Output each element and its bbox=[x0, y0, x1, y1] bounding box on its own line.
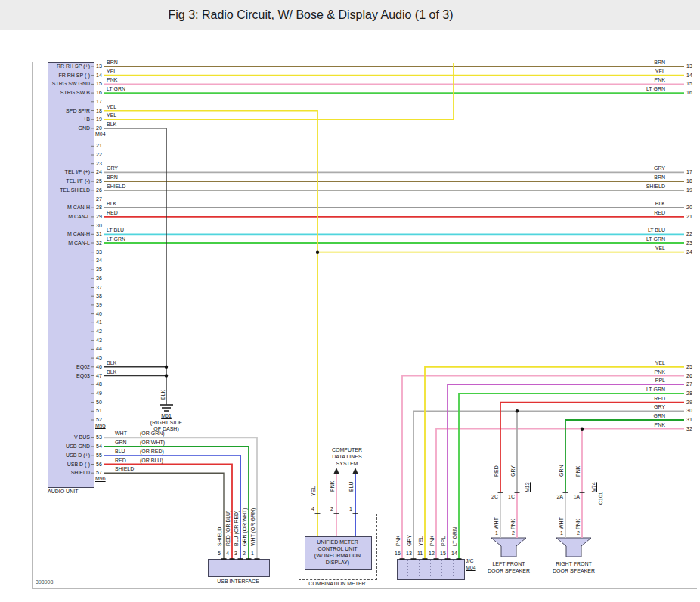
wire-color-label: BLU bbox=[348, 481, 355, 492]
audio-pin-name: SHIELD bbox=[34, 470, 90, 476]
unified-meter-label-line: (W/ INFORMATION bbox=[305, 553, 370, 559]
wire-color-label: GRN bbox=[559, 465, 565, 477]
speaker-name-line: DOOR SPEAKER bbox=[547, 568, 600, 574]
audio-pin-number: 24 bbox=[96, 169, 102, 175]
speaker-name-line: DOOR SPEAKER bbox=[482, 568, 535, 574]
wire-color-label: SHIELD bbox=[627, 184, 665, 190]
usb-pin-number: 1 bbox=[251, 551, 254, 557]
computer-data-lines-label-line: DATA LINES bbox=[321, 454, 373, 460]
wire-color-label: PNK bbox=[395, 536, 401, 546]
right-pin-number: 27 bbox=[686, 381, 692, 387]
figure-title: Fig 3: Radio Circuit, W/ Bose & Display … bbox=[0, 0, 700, 30]
audio-pin-name: M CAN-L bbox=[34, 240, 90, 246]
usb-pin-number: 4 bbox=[226, 551, 229, 557]
audio-pin-number: 54 bbox=[96, 443, 102, 449]
audio-pin-number: 50 bbox=[96, 400, 102, 406]
wire-color-label: SHIELD bbox=[217, 527, 223, 546]
right-pin-number: 18 bbox=[686, 178, 692, 184]
jc-pin-number: 14 bbox=[451, 551, 457, 557]
audio-pin-number: 29 bbox=[96, 214, 102, 220]
audio-pin-number: 14 bbox=[96, 73, 102, 79]
ground-id-label: M61 bbox=[151, 413, 181, 419]
audio-pin-number: 38 bbox=[96, 293, 102, 299]
wire-color-label: LT GRN bbox=[627, 387, 665, 393]
speaker-connector-id: M74 bbox=[591, 482, 597, 492]
audio-pin-number: 48 bbox=[96, 381, 102, 387]
audio-pin-number: 41 bbox=[96, 320, 102, 326]
audio-pin-name: STRG SW B bbox=[34, 90, 90, 96]
audio-pin-number: 34 bbox=[96, 258, 102, 264]
speaker-connector-pin-number: 2A bbox=[553, 494, 563, 500]
jc-pin-number: 13 bbox=[406, 551, 412, 557]
audio-pin-name: M CAN-L bbox=[34, 214, 90, 220]
audio-pin-number: 39 bbox=[96, 302, 102, 308]
connector-label-m04: M04 bbox=[95, 131, 106, 137]
wire-color-label: BLK bbox=[107, 201, 116, 207]
wiring-diagram-page: AUDIO UNIT USB INTERFACE COMBINATION MET… bbox=[0, 0, 700, 602]
wire-color-label: GRY bbox=[627, 404, 665, 410]
audio-pin-name: V BUS bbox=[34, 434, 90, 440]
audio-pin-number: 43 bbox=[96, 338, 102, 344]
audio-pin-number: 56 bbox=[96, 462, 102, 468]
audio-pin-number: 16 bbox=[96, 90, 102, 96]
right-pin-number: 20 bbox=[686, 205, 692, 211]
wire-color-label: BLK bbox=[107, 122, 116, 128]
label-layer: 13RR RH SP (+)BRN14FR RH SP (-)YEL15STRG… bbox=[0, 0, 700, 602]
wire-color-label: GRN (OR WHT) bbox=[242, 508, 248, 546]
wire-color-alt-label: (OR WHT) bbox=[140, 440, 165, 446]
wire-color-label: YEL bbox=[627, 245, 665, 252]
audio-pin-number: 33 bbox=[96, 249, 102, 255]
audio-pin-number: 32 bbox=[96, 240, 102, 246]
audio-pin-number: 51 bbox=[96, 408, 102, 414]
wire-color-label: PNK bbox=[429, 536, 435, 546]
audio-pin-name: EQ02 bbox=[34, 364, 90, 370]
wire-color-label: PPL bbox=[441, 536, 447, 546]
right-pin-number: 15 bbox=[686, 81, 692, 87]
usb-pin-number: 2 bbox=[243, 551, 246, 557]
speaker-name-line: RIGHT FRONT bbox=[547, 561, 600, 567]
wire-color-label: BLU bbox=[115, 449, 125, 455]
speaker-terminal-number: 2 bbox=[512, 530, 515, 536]
audio-pin-number: 30 bbox=[96, 223, 102, 229]
wire-color-label: YEL bbox=[418, 536, 424, 546]
wire-color-label: LT BLU bbox=[627, 227, 665, 233]
audio-pin-name: FR RH SP (-) bbox=[34, 73, 90, 79]
unified-meter-label-line: DISPLAY) bbox=[305, 560, 370, 566]
audio-pin-number: 40 bbox=[96, 311, 102, 317]
right-pin-number: 32 bbox=[686, 426, 692, 432]
wire-color-label: PNK bbox=[575, 519, 581, 529]
wire-color-label: YEL bbox=[627, 360, 665, 366]
audio-pin-number: 18 bbox=[96, 108, 102, 114]
wire-color-label: YEL bbox=[107, 104, 116, 110]
wire-color-label: LT GRN bbox=[627, 86, 665, 92]
wire-color-label: BRN bbox=[627, 60, 665, 66]
audio-pin-number: 26 bbox=[96, 187, 102, 193]
audio-pin-name: USB D (+) bbox=[34, 452, 90, 458]
wire-color-label: BLK bbox=[107, 360, 116, 366]
wire-color-label: WHT bbox=[559, 517, 565, 529]
right-pin-number: 28 bbox=[686, 391, 692, 397]
right-pin-number: 22 bbox=[686, 231, 692, 237]
usb-pin-number: 3 bbox=[234, 551, 237, 557]
audio-pin-number: 45 bbox=[96, 355, 102, 361]
unified-meter-label-line: UNIFIED METER bbox=[305, 539, 370, 545]
wire-color-label: WHT bbox=[115, 431, 127, 437]
audio-pin-number: 13 bbox=[96, 63, 102, 69]
wire-color-label: LT BLU bbox=[107, 227, 124, 233]
audio-pin-name: TEL I/F (+) bbox=[34, 169, 90, 175]
audio-pin-number: 23 bbox=[96, 161, 102, 167]
wire-color-label: LT GRN bbox=[627, 236, 665, 242]
speaker-connector-id: M13 bbox=[525, 482, 531, 492]
audio-pin-number: 19 bbox=[96, 116, 102, 122]
wire-color-label: PNK bbox=[627, 369, 665, 375]
speaker-connector-id: C101 bbox=[598, 492, 604, 505]
right-pin-number: 23 bbox=[686, 240, 692, 246]
wire-color-label: YEL bbox=[107, 69, 116, 75]
meter-pin-number: 2 bbox=[330, 506, 333, 512]
wire-color-label: LT GRN bbox=[107, 86, 125, 92]
audio-pin-number: 37 bbox=[96, 285, 102, 291]
audio-pin-number: 15 bbox=[96, 81, 102, 87]
audio-pin-number: 47 bbox=[96, 373, 102, 379]
right-pin-number: 21 bbox=[686, 214, 692, 220]
audio-pin-name: USB GND bbox=[34, 443, 90, 449]
